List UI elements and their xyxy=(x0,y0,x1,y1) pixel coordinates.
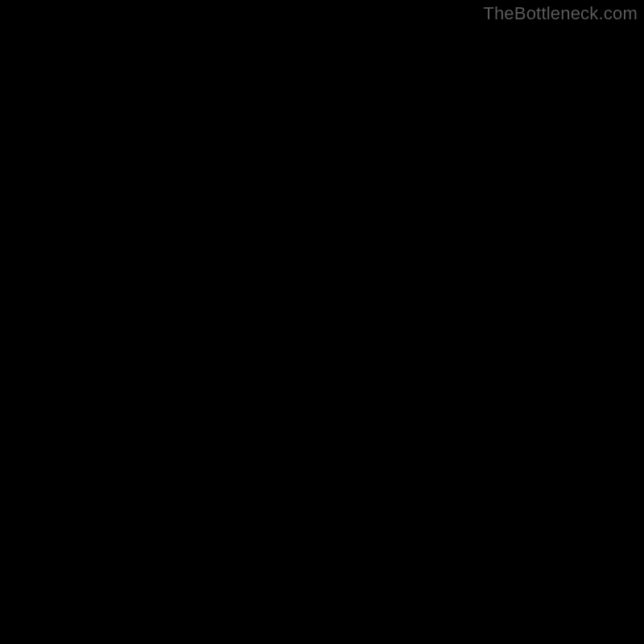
curve-marker xyxy=(229,601,242,614)
curve-marker xyxy=(289,578,302,591)
curve-marker xyxy=(242,609,254,620)
curve-marker xyxy=(256,610,269,620)
curve-marker xyxy=(296,559,309,572)
plot-area xyxy=(24,24,620,620)
chart-curve-layer xyxy=(24,24,620,620)
curve-marker xyxy=(197,530,210,543)
curve-marker xyxy=(307,533,320,546)
curve-marker xyxy=(217,587,230,600)
watermark-text: TheBottleneck.com xyxy=(483,3,638,24)
bottleneck-curve xyxy=(72,24,620,617)
curve-marker xyxy=(204,548,217,561)
curve-marker xyxy=(271,603,284,616)
